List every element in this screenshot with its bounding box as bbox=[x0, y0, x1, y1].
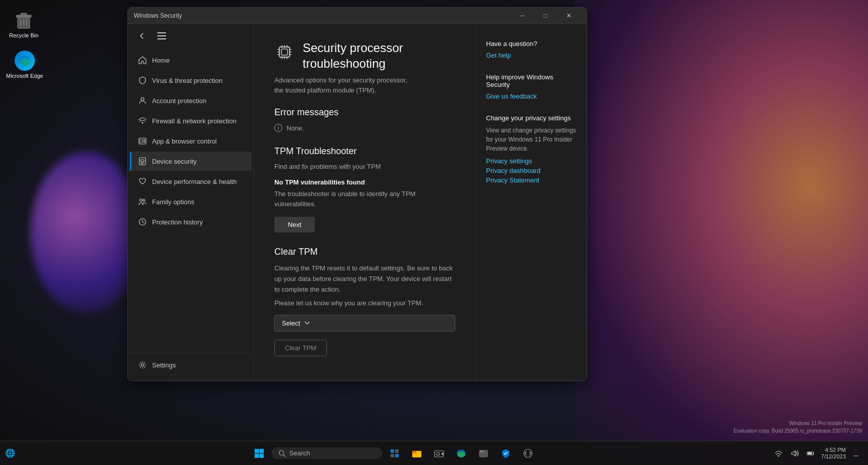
taskbar-right: 4:52 PM 7/12/2023 bbox=[766, 447, 868, 459]
page-subtitle: Advanced options for your security proce… bbox=[274, 75, 455, 95]
svg-point-50 bbox=[437, 452, 440, 455]
sidebar-divider bbox=[130, 353, 252, 353]
search-icon bbox=[278, 450, 285, 457]
taskbar-center: Search bbox=[20, 443, 766, 463]
taskbar-clock[interactable]: 4:52 PM 7/12/2023 bbox=[821, 447, 846, 459]
minimize-button[interactable]: ─ bbox=[511, 8, 534, 24]
sidebar-item-firewall[interactable]: Firewall & network protection bbox=[130, 111, 252, 130]
tpm-troubleshooter-desc: Find and fix problems with your TPM bbox=[274, 163, 455, 170]
select-dropdown[interactable]: Select bbox=[274, 315, 455, 332]
sidebar-item-app-browser[interactable]: App & browser control bbox=[130, 131, 252, 151]
clear-tpm-section: Clear TPM Clearing the TPM resets it to … bbox=[274, 247, 455, 356]
svg-rect-13 bbox=[143, 142, 145, 143]
window-icon bbox=[138, 136, 147, 146]
sidebar-item-device-perf[interactable]: Device performance & health bbox=[130, 172, 252, 191]
sidebar-top bbox=[128, 24, 254, 48]
sidebar-item-virus-label: Virus & threat protection bbox=[152, 77, 222, 84]
maximize-button[interactable]: □ bbox=[534, 8, 557, 24]
svg-rect-36 bbox=[255, 449, 259, 453]
svg-rect-45 bbox=[395, 454, 399, 457]
clear-tpm-desc: Clearing the TPM resets it to default se… bbox=[274, 263, 455, 295]
battery-icon[interactable] bbox=[805, 447, 817, 459]
taskbar-camera-icon[interactable] bbox=[429, 443, 449, 463]
right-panel: Have a question? Get help Help improve W… bbox=[475, 24, 587, 381]
search-placeholder: Search bbox=[290, 449, 310, 457]
question-title: Have a question? bbox=[486, 40, 576, 48]
clear-tpm-button[interactable]: Clear TPM bbox=[274, 340, 327, 356]
edge-icon bbox=[15, 51, 35, 71]
family-icon bbox=[138, 197, 147, 206]
sidebar-item-account[interactable]: Account protection bbox=[130, 91, 252, 110]
sidebar-item-account-label: Account protection bbox=[152, 97, 207, 105]
page-title: Security processor troubleshooting bbox=[303, 40, 403, 71]
improve-title: Help improve Windows Security bbox=[486, 73, 576, 88]
titlebar-controls: ─ □ ✕ bbox=[511, 8, 581, 24]
recycle-bin-icon[interactable]: Recycle Bin bbox=[9, 10, 38, 38]
edge-label: Microsoft Edge bbox=[6, 73, 43, 79]
taskbar-files-icon[interactable] bbox=[473, 443, 494, 463]
privacy-statement-link[interactable]: Privacy Statement bbox=[486, 176, 576, 184]
notification-icon[interactable] bbox=[850, 447, 862, 459]
taskbar-dev-icon[interactable] bbox=[518, 443, 538, 463]
privacy-title: Change your privacy settings bbox=[486, 114, 576, 122]
sidebar-item-virus[interactable]: Virus & threat protection bbox=[130, 71, 252, 90]
svg-line-41 bbox=[283, 454, 285, 456]
chevron-down-icon bbox=[304, 320, 310, 326]
feedback-link[interactable]: Give us feedback bbox=[486, 92, 576, 100]
sidebar-item-protection-history[interactable]: Protection history bbox=[130, 212, 252, 231]
hamburger-button[interactable] bbox=[154, 28, 170, 44]
recycle-bin-label: Recycle Bin bbox=[9, 32, 38, 38]
clock-time: 4:52 PM bbox=[825, 447, 846, 453]
sidebar-item-device-security[interactable]: Device security bbox=[130, 152, 252, 171]
device-security-icon bbox=[138, 157, 147, 166]
get-help-link[interactable]: Get help bbox=[486, 52, 576, 59]
taskbar: 🌐 Search bbox=[0, 441, 868, 465]
windows-security-window: Windows Security ─ □ ✕ bbox=[127, 7, 587, 381]
hamburger-line-2 bbox=[157, 35, 166, 36]
svg-rect-12 bbox=[143, 140, 145, 141]
taskbar-explorer-icon[interactable] bbox=[407, 443, 427, 463]
eval-line2: Evaluation copy. Build 25905.rs_prerelea… bbox=[734, 427, 862, 435]
tpm-troubleshooter-section: TPM Troubleshooter Find and fix problems… bbox=[274, 146, 455, 232]
clock-date: 7/12/2023 bbox=[821, 453, 846, 459]
next-button[interactable]: Next bbox=[274, 217, 315, 232]
error-messages-section: Error messages i None. bbox=[274, 107, 455, 132]
system-tray-left-icon[interactable]: 🌐 bbox=[4, 447, 16, 459]
back-button[interactable] bbox=[134, 28, 150, 44]
svg-rect-42 bbox=[391, 449, 394, 453]
tpm-troubleshooter-title: TPM Troubleshooter bbox=[274, 146, 455, 157]
network-icon[interactable] bbox=[773, 447, 785, 459]
taskbar-edge-icon[interactable] bbox=[451, 443, 471, 463]
taskbar-widgets-icon[interactable] bbox=[384, 443, 405, 463]
svg-rect-57 bbox=[808, 452, 812, 454]
content-title-block: Security processor troubleshooting bbox=[303, 40, 403, 71]
wifi-icon bbox=[138, 116, 147, 125]
select-label: Select bbox=[282, 319, 300, 327]
shield-icon bbox=[138, 76, 147, 85]
desktop-orb-1 bbox=[30, 152, 141, 313]
svg-rect-23 bbox=[281, 49, 287, 55]
sidebar-item-family[interactable]: Family options bbox=[130, 192, 252, 211]
content-header: Security processor troubleshooting bbox=[274, 40, 455, 71]
privacy-settings-link[interactable]: Privacy settings bbox=[486, 157, 576, 165]
taskbar-security-icon[interactable] bbox=[496, 443, 516, 463]
start-button[interactable] bbox=[249, 443, 269, 463]
volume-icon[interactable] bbox=[789, 447, 801, 459]
svg-marker-49 bbox=[441, 452, 443, 455]
sidebar-item-settings[interactable]: Settings bbox=[130, 355, 252, 375]
edge-desktop-icon[interactable]: Microsoft Edge bbox=[6, 51, 43, 79]
svg-point-19 bbox=[143, 199, 145, 201]
sidebar-item-home[interactable]: Home bbox=[130, 51, 252, 70]
sidebar-settings-label: Settings bbox=[152, 361, 176, 369]
home-icon bbox=[138, 56, 147, 65]
no-vulnerabilities-label: No TPM vulnerabilities found bbox=[274, 178, 455, 186]
close-button[interactable]: ✕ bbox=[557, 8, 581, 24]
taskbar-search[interactable]: Search bbox=[271, 447, 382, 459]
svg-rect-15 bbox=[141, 160, 144, 162]
privacy-dashboard-link[interactable]: Privacy dashboard bbox=[486, 167, 576, 174]
svg-point-9 bbox=[142, 122, 143, 124]
person-icon bbox=[138, 96, 147, 105]
gear-icon bbox=[138, 360, 147, 369]
sidebar-item-firewall-label: Firewall & network protection bbox=[152, 117, 236, 125]
error-messages-row: i None. bbox=[274, 124, 455, 132]
